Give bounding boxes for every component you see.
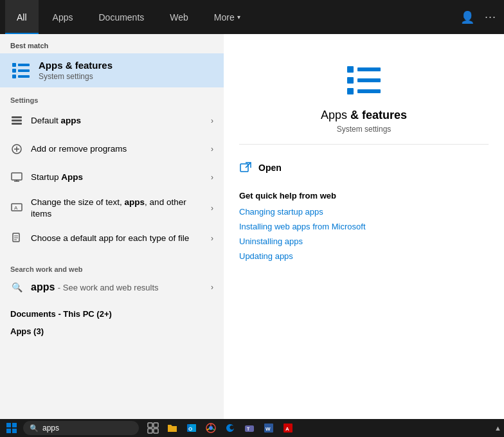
app-title: Apps & features — [321, 109, 407, 122]
svg-rect-25 — [6, 429, 11, 433]
svg-rect-2 — [12, 123, 22, 125]
svg-rect-28 — [154, 423, 158, 427]
word-icon[interactable]: W — [260, 419, 278, 437]
best-match-subtitle: System settings — [39, 72, 113, 81]
svg-text:O: O — [188, 426, 192, 432]
teams-icon[interactable]: T — [240, 419, 258, 437]
top-nav: All Apps Documents Web More ▾ 👤 ··· — [0, 0, 504, 34]
tab-apps[interactable]: Apps — [41, 0, 85, 34]
ellipsis-icon[interactable]: ··· — [482, 8, 499, 26]
app-large-icon — [343, 60, 384, 101]
quick-help-section: Get quick help from web Changing startup… — [239, 191, 489, 266]
startup-apps-text: Startup Apps — [31, 172, 203, 183]
quick-help-item-0[interactable]: Changing startup apps — [239, 207, 489, 217]
web-section: Search work and web 🔍 apps - See work an… — [0, 256, 224, 303]
settings-item-add-remove[interactable]: Add or remove programs › — [0, 135, 224, 163]
svg-text:A: A — [14, 205, 18, 211]
add-remove-icon — [10, 143, 23, 156]
startup-apps-icon — [10, 171, 23, 184]
svg-rect-18 — [357, 78, 381, 82]
svg-rect-15 — [347, 66, 354, 73]
taskbar: 🔍 apps O — [0, 419, 504, 437]
open-icon — [239, 161, 252, 174]
default-file-app-icon — [10, 232, 23, 245]
settings-item-default-file-app[interactable]: Choose a default app for each type of fi… — [0, 224, 224, 253]
svg-text:W: W — [266, 426, 271, 432]
tab-all[interactable]: All — [5, 0, 39, 34]
chevron-right-icon-4: › — [211, 204, 213, 213]
svg-rect-24 — [12, 423, 17, 427]
quick-help-item-1[interactable]: Installing web apps from Microsoft — [239, 222, 489, 231]
app-subtitle: System settings — [337, 125, 392, 134]
best-match-item[interactable]: Apps & features System settings — [0, 53, 224, 87]
main-container: Best match Apps & features System settin… — [0, 34, 504, 419]
acrobat-icon[interactable]: A — [279, 419, 297, 437]
quick-help-links: Changing startup appsInstalling web apps… — [239, 207, 489, 261]
settings-item-startup[interactable]: Startup Apps › — [0, 163, 224, 192]
feedback-icon[interactable]: 👤 — [458, 8, 477, 27]
svg-rect-26 — [12, 429, 17, 433]
right-panel: Apps & features System settings Open Get… — [224, 34, 504, 419]
search-icon: 🔍 — [10, 281, 23, 294]
svg-rect-23 — [6, 423, 11, 427]
web-search-item[interactable]: 🔍 apps - See work and web results › — [0, 276, 224, 299]
apps-item[interactable]: Apps (3) — [0, 323, 224, 340]
taskbar-search[interactable]: 🔍 apps — [23, 421, 139, 435]
default-apps-icon — [10, 114, 23, 127]
chevron-right-icon-3: › — [211, 173, 213, 182]
svg-rect-6 — [12, 173, 22, 180]
quick-help-item-2[interactable]: Uninstalling apps — [239, 236, 489, 246]
svg-point-35 — [209, 426, 213, 430]
taskbar-icons: O T — [144, 419, 297, 437]
chevron-right-icon-5: › — [211, 234, 213, 243]
settings-item-default-apps[interactable]: Default apps › — [0, 107, 224, 135]
system-tray: ▲ — [494, 424, 501, 432]
taskbar-search-icon: 🔍 — [30, 424, 39, 433]
web-search-text: apps - See work and web results — [31, 281, 203, 293]
default-file-app-text: Choose a default app for each type of fi… — [31, 233, 203, 244]
settings-section-label: Settings — [0, 91, 224, 107]
svg-rect-0 — [12, 116, 22, 118]
chevron-down-icon: ▾ — [237, 13, 240, 21]
quick-help-title: Get quick help from web — [239, 191, 489, 201]
best-match-text: Apps & features System settings — [39, 60, 113, 81]
documents-item[interactable]: Documents - This PC (2+) — [0, 305, 224, 323]
svg-rect-19 — [347, 88, 354, 94]
taskbar-search-text: apps — [42, 424, 59, 433]
svg-text:A: A — [285, 426, 289, 432]
start-button[interactable] — [3, 419, 21, 437]
chrome-icon[interactable] — [202, 419, 220, 437]
svg-rect-27 — [148, 423, 152, 427]
apps-features-list-icon — [10, 60, 31, 81]
left-panel: Best match Apps & features System settin… — [0, 34, 224, 419]
tab-more[interactable]: More ▾ — [203, 0, 252, 34]
documents-section: Documents - This PC (2+) Apps (3) — [0, 303, 224, 343]
tab-documents[interactable]: Documents — [87, 0, 156, 34]
svg-text:T: T — [247, 427, 250, 431]
edge-icon[interactable] — [221, 419, 239, 437]
best-match-title: Apps & features — [39, 60, 113, 71]
web-section-label: Search work and web — [0, 260, 224, 276]
outlook-icon[interactable]: O — [183, 419, 201, 437]
quick-help-item-3[interactable]: Updating apps — [239, 251, 489, 261]
chevron-right-icon-2: › — [211, 145, 213, 154]
taskbar-right: ▲ — [494, 424, 501, 432]
svg-rect-1 — [12, 120, 22, 121]
tab-web[interactable]: Web — [158, 0, 200, 34]
task-view-icon[interactable] — [144, 419, 162, 437]
file-explorer-icon[interactable] — [163, 419, 181, 437]
add-remove-text: Add or remove programs — [31, 143, 203, 155]
chevron-right-icon: › — [211, 116, 213, 125]
change-size-text: Change the size of text, apps, and other… — [31, 197, 203, 219]
settings-item-change-size[interactable]: A Change the size of text, apps, and oth… — [0, 192, 224, 224]
svg-rect-20 — [357, 89, 381, 93]
svg-rect-17 — [347, 77, 354, 84]
best-match-label: Best match — [0, 34, 224, 53]
svg-rect-29 — [148, 429, 152, 433]
settings-section: Settings Default apps › — [0, 87, 224, 256]
open-button-row[interactable]: Open — [239, 155, 489, 181]
change-size-icon: A — [10, 202, 23, 215]
chevron-right-icon-6: › — [211, 283, 213, 292]
open-label: Open — [258, 163, 282, 173]
right-app-header: Apps & features System settings — [239, 47, 489, 145]
